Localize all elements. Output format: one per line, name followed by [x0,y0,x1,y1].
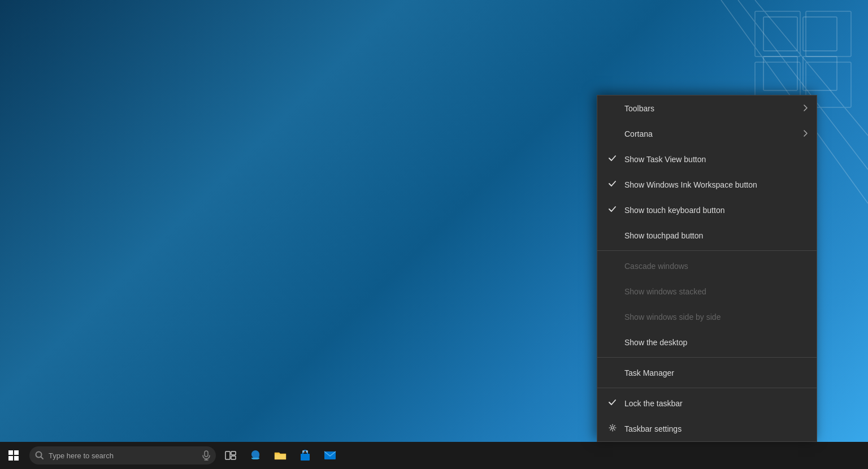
menu-item-show-side-by-side: Show windows side by side [597,304,817,329]
menu-item-label: Task Manager [624,368,805,377]
svg-line-13 [41,457,44,459]
menu-item-label: Show Task View button [624,155,805,164]
svg-rect-7 [763,17,797,51]
svg-rect-17 [225,451,230,459]
svg-rect-19 [231,456,236,459]
check-icon [609,399,620,408]
menu-item-toolbars[interactable]: Toolbars [597,95,817,121]
context-menu: Toolbars Cortana Show Task View button S… [597,95,817,442]
menu-item-taskbar-settings[interactable]: Taskbar settings [597,416,817,441]
svg-rect-1 [806,11,851,57]
menu-item-lock-taskbar[interactable]: Lock the taskbar [597,390,817,416]
taskbar: Type here to search [0,442,868,469]
menu-item-label: Lock the taskbar [624,399,805,408]
menu-item-label: Toolbars [624,104,805,113]
svg-rect-8 [803,17,837,51]
menu-item-show-ink-workspace[interactable]: Show Windows Ink Workspace button [597,172,817,197]
submenu-arrow-icon [804,130,808,138]
task-view-icon [225,451,236,460]
menu-item-cortana[interactable]: Cortana [597,121,817,146]
edge-button[interactable] [243,442,268,469]
search-bar[interactable]: Type here to search [29,446,216,464]
menu-divider [597,357,817,358]
store-button[interactable] [293,442,318,469]
menu-item-label: Taskbar settings [624,424,805,433]
svg-rect-18 [231,451,236,455]
start-icon [8,450,19,461]
menu-item-label: Show windows side by side [624,312,805,322]
task-view-button[interactable] [218,442,243,469]
menu-item-label: Cascade windows [624,262,805,271]
menu-item-show-desktop[interactable]: Show the desktop [597,329,817,355]
edge-icon [250,450,261,461]
menu-item-label: Show windows stacked [624,287,805,296]
svg-rect-9 [763,57,797,90]
menu-item-cascade-windows: Cascade windows [597,253,817,279]
menu-item-label: Show the desktop [624,338,805,347]
svg-rect-0 [755,11,800,57]
menu-divider [597,250,817,251]
search-placeholder: Type here to search [49,451,198,460]
store-icon [300,450,310,461]
menu-item-label: Show touch keyboard button [624,206,805,215]
search-icon [35,451,44,460]
check-icon [609,155,620,164]
svg-rect-21 [302,450,305,453]
svg-rect-10 [803,57,837,90]
svg-rect-20 [301,454,310,461]
file-explorer-icon [274,450,287,461]
start-button[interactable] [0,442,27,469]
menu-item-label: Show Windows Ink Workspace button [624,180,805,189]
menu-item-show-touch-keyboard[interactable]: Show touch keyboard button [597,197,817,223]
menu-item-task-manager[interactable]: Task Manager [597,360,817,385]
menu-item-show-task-view[interactable]: Show Task View button [597,146,817,172]
file-explorer-button[interactable] [268,442,293,469]
desktop: Toolbars Cortana Show Task View button S… [0,0,868,469]
check-icon [609,206,620,215]
menu-item-label: Cortana [624,129,805,138]
svg-rect-14 [205,451,208,457]
svg-point-11 [611,427,614,429]
mail-button[interactable] [318,442,342,469]
submenu-arrow-icon [804,105,808,112]
gear-icon [609,424,620,433]
menu-item-label: Show touchpad button [624,231,805,240]
menu-item-show-stacked: Show windows stacked [597,279,817,304]
microphone-icon [202,450,210,461]
svg-rect-22 [306,450,308,453]
menu-divider [597,388,817,388]
menu-item-show-touchpad[interactable]: Show touchpad button [597,223,817,248]
mail-icon [324,451,336,460]
check-icon [609,180,620,189]
